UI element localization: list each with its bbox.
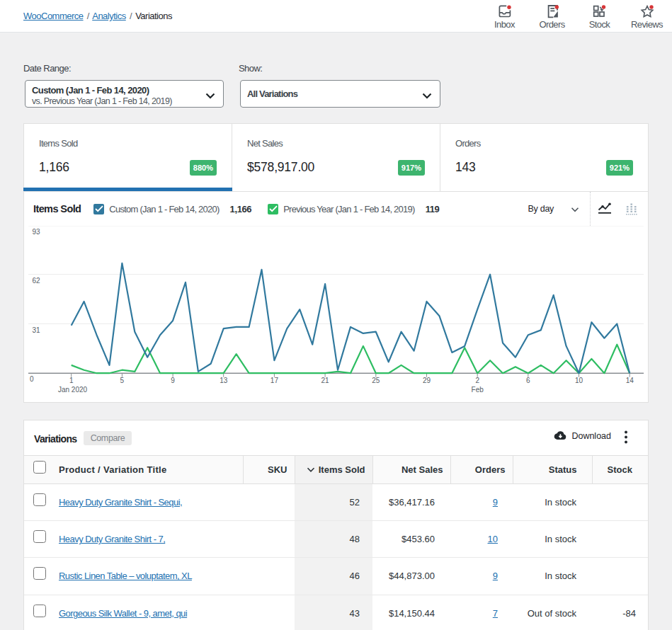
svg-text:10: 10 <box>575 377 583 384</box>
svg-text:1: 1 <box>69 377 74 384</box>
svg-text:2: 2 <box>475 377 479 384</box>
svg-text:21: 21 <box>321 377 330 384</box>
svg-text:13: 13 <box>220 377 228 384</box>
svg-text:Jan 2020: Jan 2020 <box>58 386 88 394</box>
svg-text:25: 25 <box>372 377 380 384</box>
svg-text:31: 31 <box>33 326 41 334</box>
svg-text:29: 29 <box>423 377 431 384</box>
svg-text:Feb: Feb <box>472 386 484 394</box>
svg-text:93: 93 <box>33 228 41 236</box>
svg-text:62: 62 <box>33 277 41 285</box>
svg-text:17: 17 <box>270 377 279 384</box>
svg-text:6: 6 <box>526 377 530 384</box>
svg-text:5: 5 <box>120 377 125 384</box>
svg-text:14: 14 <box>626 377 634 384</box>
svg-text:0: 0 <box>30 375 34 383</box>
svg-text:9: 9 <box>171 377 175 384</box>
